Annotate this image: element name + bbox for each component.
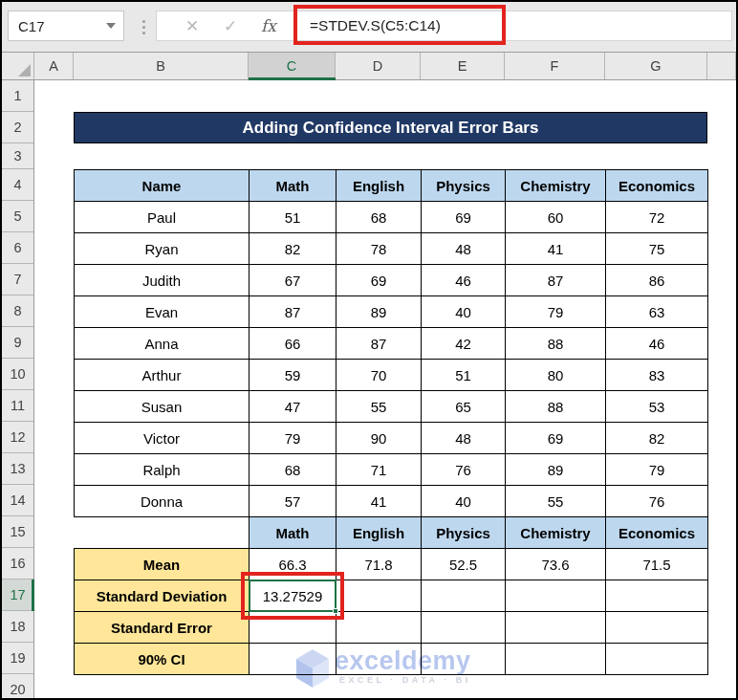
scores-value-cell[interactable]: 87 [336,328,422,360]
row-header-16[interactable]: 16 [2,548,33,580]
scores-header-cell[interactable]: English [336,170,422,202]
scores-value-cell[interactable]: 60 [506,202,606,233]
stats-label-cell[interactable]: Mean [75,549,250,580]
scores-value-cell[interactable]: 88 [506,328,606,360]
row-header-4[interactable]: 4 [2,169,33,201]
scores-value-cell[interactable]: 76 [422,454,506,486]
scores-value-cell[interactable]: 87 [506,265,606,296]
fill-handle[interactable] [333,608,338,614]
row-header-14[interactable]: 14 [2,485,33,516]
scores-value-cell[interactable]: 53 [606,391,708,423]
stats-value-cell[interactable] [506,580,606,612]
scores-value-cell[interactable]: 47 [250,391,336,423]
stats-value-cell[interactable] [422,612,506,644]
column-header-A[interactable]: A [34,53,74,79]
scores-value-cell[interactable]: 41 [506,233,606,265]
column-header-C[interactable]: C [249,53,336,79]
stats-value-cell[interactable] [336,580,422,612]
scores-value-cell[interactable]: 79 [506,296,606,328]
column-header-E[interactable]: E [421,53,505,79]
stats-header-cell[interactable]: Math [250,517,336,549]
scores-name-cell[interactable]: Ryan [75,233,250,265]
row-header-19[interactable]: 19 [2,643,33,674]
select-all-corner[interactable] [2,53,34,79]
scores-value-cell[interactable]: 72 [606,202,708,233]
row-header-12[interactable]: 12 [2,422,33,453]
scores-value-cell[interactable]: 48 [422,233,506,265]
cancel-icon[interactable]: ✕ [178,11,206,40]
scores-value-cell[interactable]: 42 [422,328,506,360]
scores-value-cell[interactable]: 68 [250,454,336,486]
insert-function-icon[interactable]: fx [254,11,283,40]
scores-value-cell[interactable]: 79 [606,454,708,486]
scores-value-cell[interactable]: 69 [422,202,506,233]
row-header-13[interactable]: 13 [2,453,33,485]
stats-value-cell[interactable]: 52.5 [422,549,506,580]
scores-value-cell[interactable]: 78 [336,233,422,265]
scores-value-cell[interactable]: 55 [506,486,606,517]
scores-name-cell[interactable]: Ralph [75,454,250,486]
stats-value-cell[interactable]: 66.3 [250,549,336,580]
row-header-1[interactable]: 1 [2,80,33,112]
scores-value-cell[interactable]: 67 [250,265,336,296]
scores-value-cell[interactable]: 65 [422,391,506,423]
scores-value-cell[interactable]: 90 [336,423,422,454]
scores-value-cell[interactable]: 76 [606,486,708,517]
scores-name-cell[interactable]: Victor [75,423,250,454]
column-header-B[interactable]: B [74,53,249,79]
name-box[interactable]: C17 [8,11,124,41]
scores-name-cell[interactable]: Paul [75,202,250,233]
scores-value-cell[interactable]: 88 [506,391,606,423]
stats-value-cell[interactable]: 71.8 [336,549,422,580]
scores-value-cell[interactable]: 86 [606,265,708,296]
stats-label-cell[interactable]: Standard Deviation [75,580,250,612]
scores-value-cell[interactable]: 80 [506,360,606,391]
scores-value-cell[interactable]: 66 [250,328,336,360]
row-header-5[interactable]: 5 [2,201,33,232]
namebox-dropdown-icon[interactable] [106,23,116,29]
scores-value-cell[interactable]: 57 [250,486,336,517]
stats-value-cell[interactable] [250,612,336,644]
row-header-20[interactable]: 20 [2,674,33,700]
stats-value-cell[interactable] [606,580,708,612]
scores-value-cell[interactable]: 48 [422,423,506,454]
row-header-2[interactable]: 2 [2,112,33,143]
scores-value-cell[interactable]: 46 [422,265,506,296]
scores-value-cell[interactable]: 75 [606,233,708,265]
scores-value-cell[interactable]: 89 [336,296,422,328]
scores-value-cell[interactable]: 46 [606,328,708,360]
scores-value-cell[interactable]: 71 [336,454,422,486]
stats-value-cell[interactable] [422,644,506,675]
scores-name-cell[interactable]: Anna [75,328,250,360]
row-header-18[interactable]: 18 [2,611,33,643]
row-header-6[interactable]: 6 [2,232,33,264]
scores-header-cell[interactable]: Physics [422,170,506,202]
stats-value-cell[interactable]: 73.6 [506,549,606,580]
stats-value-cell[interactable] [606,612,708,644]
scores-value-cell[interactable]: 69 [336,265,422,296]
scores-value-cell[interactable]: 41 [336,486,422,517]
scores-name-cell[interactable]: Susan [75,391,250,423]
stats-value-cell[interactable] [606,644,708,675]
scores-value-cell[interactable]: 89 [506,454,606,486]
column-header-F[interactable]: F [505,53,605,79]
scores-header-cell[interactable]: Math [250,170,336,202]
scores-value-cell[interactable]: 63 [606,296,708,328]
column-header-D[interactable]: D [336,53,421,79]
active-cell-selection[interactable] [249,580,336,612]
stats-header-cell[interactable]: Physics [422,517,506,549]
scores-value-cell[interactable]: 82 [250,233,336,265]
scores-header-cell[interactable]: Name [75,170,250,202]
scores-value-cell[interactable]: 40 [422,296,506,328]
scores-value-cell[interactable]: 69 [506,423,606,454]
scores-value-cell[interactable]: 68 [336,202,422,233]
scores-header-cell[interactable]: Chemistry [506,170,606,202]
title-banner[interactable]: Adding Confidence Interval Error Bars [74,112,707,143]
row-header-17[interactable]: 17 [2,580,33,611]
stats-value-cell[interactable] [506,644,606,675]
scores-value-cell[interactable]: 79 [250,423,336,454]
stats-value-cell[interactable]: 71.5 [606,549,708,580]
scores-value-cell[interactable]: 51 [422,360,506,391]
stats-value-cell[interactable] [506,612,606,644]
scores-value-cell[interactable]: 83 [606,360,708,391]
